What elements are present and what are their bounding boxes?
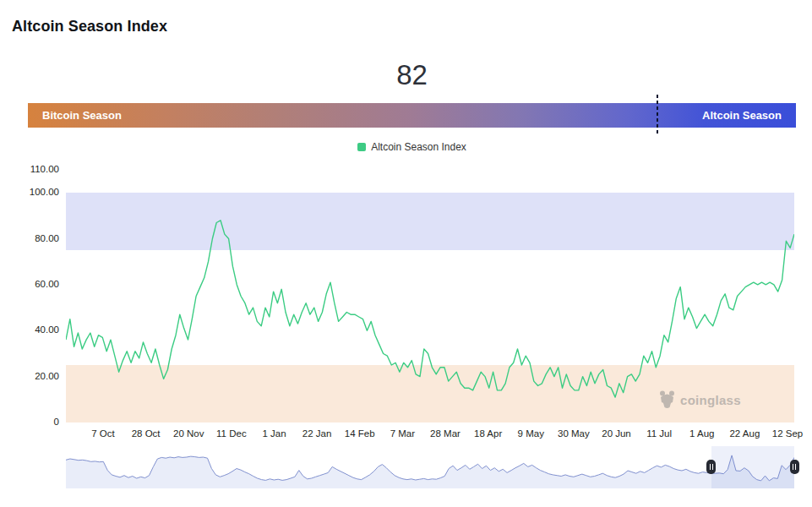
x-tick-label: 28 Oct (132, 428, 161, 439)
x-tick-label: 28 Mar (430, 428, 460, 439)
x-tick-label: 18 Apr (474, 428, 502, 439)
x-tick-label: 1 Jan (262, 428, 286, 439)
chart-legend[interactable]: Altcoin Season Index (28, 141, 796, 153)
legend-swatch-icon (357, 143, 366, 151)
x-tick-label: 20 Jun (602, 428, 631, 439)
x-tick-label: 30 May (558, 428, 590, 439)
navigator-area-series (66, 449, 794, 488)
x-tick-label: 7 Oct (91, 428, 114, 439)
x-tick-label: 12 Sep (772, 428, 803, 439)
y-tick-label: 80.00 (7, 233, 59, 243)
y-tick-label: 60.00 (7, 279, 59, 289)
navigator-selected-range[interactable] (711, 446, 794, 488)
page-title: Altcoin Season Index (12, 18, 167, 35)
range-navigator[interactable] (66, 449, 794, 488)
x-tick-label: 1 Aug (689, 428, 714, 439)
y-tick-label: 110.00 (7, 164, 59, 174)
y-tick-label: 20.00 (7, 371, 59, 381)
index-line-series (66, 170, 794, 423)
x-tick-label: 22 Aug (729, 428, 760, 439)
x-tick-label: 11 Dec (216, 428, 247, 439)
current-index-value: 82 (28, 59, 796, 91)
x-tick-label: 22 Jan (302, 428, 332, 439)
season-gradient-bar: Bitcoin Season Altcoin Season (28, 103, 796, 128)
season-bar-marker[interactable] (657, 95, 658, 135)
navigator-right-handle-icon[interactable] (790, 460, 799, 474)
altcoin-season-index-page: Altcoin Season Index 82 Bitcoin Season A… (0, 0, 812, 507)
y-tick-label: 100.00 (7, 187, 59, 197)
y-tick-label: 0 (7, 417, 59, 427)
watermark-text: coinglass (680, 393, 741, 407)
coinglass-watermark: coinglass (659, 390, 741, 409)
bitcoin-season-label: Bitcoin Season (42, 103, 122, 128)
x-tick-label: 11 Jul (646, 428, 672, 439)
coinglass-bear-icon (659, 390, 675, 409)
main-chart-plot-area[interactable] (66, 170, 794, 423)
x-tick-label: 9 May (518, 428, 544, 439)
x-tick-label: 7 Mar (390, 428, 415, 439)
y-tick-label: 40.00 (7, 324, 59, 335)
x-tick-label: 20 Nov (173, 428, 204, 439)
x-tick-label: 14 Feb (345, 428, 375, 439)
altcoin-season-label: Altcoin Season (702, 103, 782, 128)
legend-label: Altcoin Season Index (371, 141, 466, 153)
navigator-left-handle-icon[interactable] (706, 460, 716, 474)
